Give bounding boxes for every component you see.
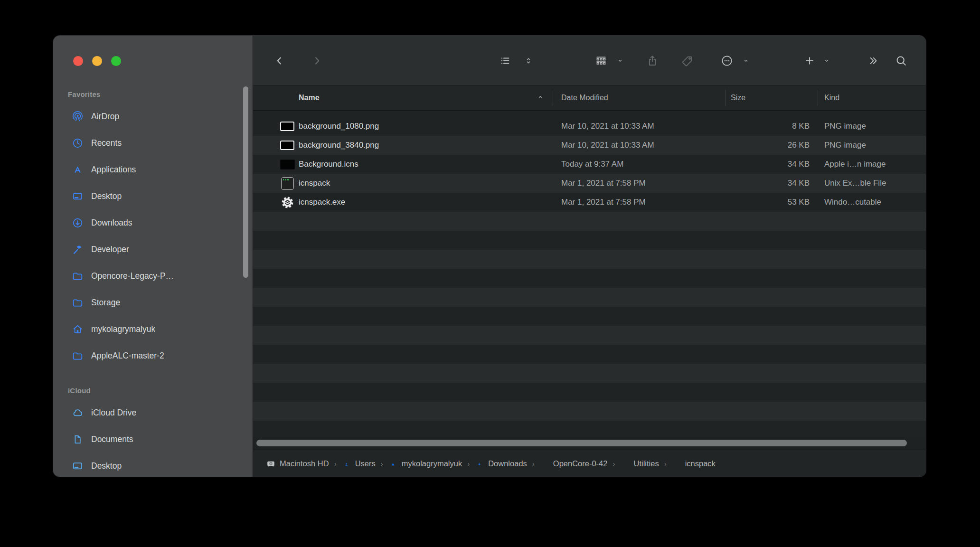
search-icon[interactable] <box>895 55 907 67</box>
path-item-users[interactable]: Users <box>342 459 376 468</box>
view-mode-chevrons-icon[interactable] <box>524 57 533 66</box>
column-header-kind[interactable]: Kind <box>824 94 839 102</box>
folder-icon <box>72 297 84 309</box>
sidebar-item-documents[interactable]: Documents <box>53 426 253 453</box>
document-icon <box>72 434 84 445</box>
file-row[interactable]: icnspack Mar 1, 2021 at 7:58 PM 34 KB Un… <box>253 174 926 193</box>
toolbar <box>253 36 926 85</box>
png-thumbnail <box>279 118 295 134</box>
back-button[interactable] <box>274 55 286 67</box>
folder-plain-icon <box>540 459 549 468</box>
horizontal-scrollbar-thumb[interactable] <box>256 440 907 446</box>
sidebar-item-applications[interactable]: Applications <box>53 156 253 183</box>
path-separator: › <box>664 460 667 468</box>
hammer-icon <box>72 244 84 255</box>
folder-users-icon <box>342 459 351 468</box>
share-icon[interactable] <box>646 55 659 67</box>
icns-thumbnail <box>279 156 295 172</box>
forward-button[interactable] <box>311 55 323 67</box>
column-divider[interactable] <box>726 90 726 106</box>
downloads-icon <box>72 217 84 229</box>
sidebar-item-downloads[interactable]: Downloads <box>53 209 253 236</box>
path-item-user-home[interactable]: mykolagrymalyuk <box>388 459 462 468</box>
unix-executable-icon <box>279 175 295 191</box>
cloud-icon <box>72 407 84 419</box>
path-bar: Macintosh HD › Users › mykolagrymalyuk ›… <box>253 450 926 477</box>
path-item-downloads[interactable]: Downloads <box>475 459 527 468</box>
sidebar-item-desktop-icloud[interactable]: Desktop <box>53 453 253 477</box>
appstore-icon <box>72 164 84 176</box>
path-separator: › <box>612 460 615 468</box>
path-item-opencore[interactable]: OpenCore-0-42 <box>540 459 608 468</box>
sidebar-item-applealc[interactable]: AppleALC-master-2 <box>53 342 253 369</box>
tag-icon[interactable] <box>681 55 694 67</box>
sidebar-item-icloud-drive[interactable]: iCloud Drive <box>53 399 253 426</box>
png-thumbnail <box>279 137 295 153</box>
column-header-row: Name Date Modified Size Kind <box>253 85 926 111</box>
more-actions-chevron-icon[interactable] <box>743 57 749 64</box>
group-by-chevron-icon[interactable] <box>617 57 623 64</box>
sidebar-divider <box>253 36 253 477</box>
horizontal-scrollbar-track[interactable] <box>253 437 926 450</box>
folder-plain-icon <box>672 459 681 468</box>
sidebar-scrollbar[interactable] <box>243 86 248 278</box>
folder-downloads-icon <box>475 459 484 468</box>
file-row[interactable]: background_3840.png Mar 10, 2021 at 10:3… <box>253 136 926 155</box>
file-row[interactable]: background_1080.png Mar 10, 2021 at 10:3… <box>253 117 926 136</box>
finder-window: Favorites AirDrop Recents Applications D… <box>53 36 926 477</box>
path-separator: › <box>334 460 337 468</box>
group-by-icon[interactable] <box>595 55 608 67</box>
more-actions-icon[interactable] <box>721 55 734 67</box>
home-icon <box>72 323 84 335</box>
new-item-plus-icon[interactable] <box>804 55 815 66</box>
sort-ascending-icon[interactable] <box>537 93 544 103</box>
list-view-icon[interactable] <box>499 55 511 67</box>
sidebar-section-icloud: iCloud <box>68 385 253 396</box>
folder-icon <box>72 270 84 282</box>
column-divider[interactable] <box>553 90 553 106</box>
desktop-icon <box>72 460 84 472</box>
column-divider[interactable] <box>818 90 818 106</box>
sidebar-item-desktop[interactable]: Desktop <box>53 183 253 209</box>
path-item-utilities[interactable]: Utilities <box>620 459 659 468</box>
sidebar-item-home[interactable]: mykolagrymalyuk <box>53 316 253 342</box>
clock-icon <box>72 137 84 149</box>
harddrive-icon <box>266 459 275 468</box>
airdrop-icon <box>72 111 84 123</box>
column-header-size[interactable]: Size <box>731 94 745 102</box>
sidebar-item-airdrop[interactable]: AirDrop <box>53 103 253 130</box>
column-header-date[interactable]: Date Modified <box>561 94 608 102</box>
new-item-chevron-icon[interactable] <box>823 57 830 64</box>
sidebar-item-opencore-legacy[interactable]: Opencore-Legacy-P… <box>53 263 253 289</box>
folder-plain-icon <box>620 459 629 468</box>
column-header-name[interactable]: Name <box>299 94 320 102</box>
main-content: Name Date Modified Size Kind background_… <box>253 36 926 477</box>
file-list: background_1080.png Mar 10, 2021 at 10:3… <box>253 117 926 437</box>
path-item-macintosh-hd[interactable]: Macintosh HD <box>266 459 329 468</box>
sidebar-item-recents[interactable]: Recents <box>53 130 253 156</box>
file-row[interactable]: Background.icns Today at 9:37 AM 34 KB A… <box>253 155 926 174</box>
sidebar: Favorites AirDrop Recents Applications D… <box>53 36 253 477</box>
folder-home-icon <box>388 459 397 468</box>
desktop-icon <box>72 190 84 202</box>
windows-executable-gear-icon <box>279 194 295 210</box>
sidebar-item-developer[interactable]: Developer <box>53 236 253 263</box>
folder-icon <box>72 350 84 362</box>
path-separator: › <box>532 460 535 468</box>
sidebar-item-storage[interactable]: Storage <box>53 289 253 316</box>
list-top-gap <box>253 111 926 117</box>
path-item-icnspack[interactable]: icnspack <box>672 459 716 468</box>
toolbar-overflow-icon[interactable] <box>867 55 879 66</box>
file-row[interactable]: icnspack.exe Mar 1, 2021 at 7:58 PM 53 K… <box>253 193 926 212</box>
sidebar-section-favorites: Favorites <box>68 89 253 100</box>
path-separator: › <box>380 460 384 468</box>
path-separator: › <box>467 460 470 468</box>
